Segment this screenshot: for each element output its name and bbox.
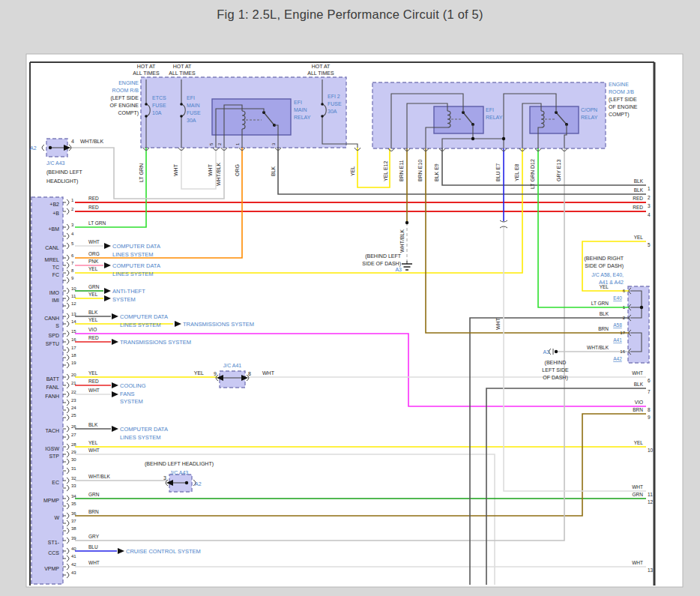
ecm-pin-name: IMO xyxy=(49,290,60,295)
ecm-pin-number: 14 xyxy=(71,319,76,324)
diagram-label: GRY E13 xyxy=(556,160,561,181)
system-reference: COMPUTER DATALINES SYSTEM xyxy=(112,313,168,328)
ecm-pin-name: SFTU xyxy=(46,341,59,346)
diagram-label: OF ENGINE xyxy=(609,104,638,109)
wire-color-label: WHT/BLK xyxy=(587,345,609,350)
diagram-label: COMPT) xyxy=(609,112,630,118)
jc-pin-number: 16 xyxy=(620,349,625,354)
ecm-pin-number: 29 xyxy=(71,450,76,454)
wire-color-label: RED xyxy=(88,196,99,201)
diagram-label: BLK E9 xyxy=(434,163,439,181)
junction-dot xyxy=(640,306,643,309)
system-label: FANS xyxy=(120,391,135,397)
ecm-pin-name: VPMP xyxy=(44,566,59,571)
diagram-label: ALL TIMES xyxy=(169,70,196,76)
diagram-label: (BEHIND xyxy=(545,360,567,366)
diagram-label: A41 & A42 xyxy=(599,280,624,285)
link-a42[interactable]: A42 xyxy=(613,356,622,361)
wire-color-label: GRN xyxy=(88,492,100,497)
diagram-label: ROOM J/B xyxy=(609,89,634,94)
wire-color-label: RED xyxy=(88,379,99,384)
wire-color-label: BLK xyxy=(88,310,98,315)
ecm-pin-number: 23 xyxy=(71,398,76,403)
wire-color-label: BLK xyxy=(88,422,98,427)
diagram-label: WHT xyxy=(208,163,213,176)
ecm-pin-name: BATT xyxy=(46,376,60,382)
fuse-label: 10A xyxy=(152,110,162,115)
ecm-pin-number: 32 xyxy=(71,476,76,481)
diagram-label: 3 xyxy=(163,475,166,481)
diagram-label: OF ENGINE xyxy=(109,103,139,108)
fuse-label: ETCS xyxy=(152,95,166,100)
system-label: COMPUTER DATA xyxy=(112,243,160,250)
diagram-label: (BEHIND LEFT HEADLIGHT) xyxy=(145,461,214,467)
link-a41[interactable]: A41 xyxy=(613,337,622,343)
junction-dot xyxy=(555,350,558,353)
ecm-pin-number: 30 xyxy=(71,457,76,462)
link-a58[interactable]: A58 xyxy=(613,322,622,328)
diagram-label: LT GRN D12 xyxy=(530,159,535,189)
diagram-label: YEL E8 xyxy=(514,163,519,181)
diagram-label: 4 xyxy=(71,139,74,144)
diagram-label: LEFT SIDE xyxy=(542,367,569,373)
diagram-label: BRN E11 xyxy=(399,160,404,181)
ecm-pin-number: 35 xyxy=(71,502,76,506)
wire-color-label: GRY xyxy=(88,534,100,539)
ecm-pin-name: EC xyxy=(52,480,59,485)
wire-color-label: WHT xyxy=(88,388,100,393)
ecm-pin-number: 34 xyxy=(71,494,76,499)
diagram-label: HOT AT xyxy=(137,64,156,69)
fuse-label: MAIN xyxy=(187,103,200,108)
ecm-pin-number: 16 xyxy=(71,337,76,342)
exit-number: 2 xyxy=(648,195,651,200)
diagram-label: SIDE OF DASH) xyxy=(585,263,624,269)
diagram-label: J/C A43 xyxy=(170,470,189,475)
diagram-label: A2 xyxy=(30,145,37,151)
diagram-label: ROOM R/B xyxy=(112,88,139,93)
diagram-label: WHT xyxy=(173,163,178,176)
diagram-label: BRN E10 xyxy=(417,160,423,181)
ecm-pin-name: +BM xyxy=(48,226,59,232)
ecm-pin-number: 38 xyxy=(71,526,76,531)
exit-wire-color: BLK xyxy=(634,178,644,184)
fuse-terminal xyxy=(180,115,183,118)
ecm-pin-name: TACH xyxy=(45,428,59,433)
diagram-label: BLU E7 xyxy=(495,163,501,181)
exit-number: 4 xyxy=(648,212,651,217)
link-e40[interactable]: E40 xyxy=(613,295,622,301)
exit-wire-color: WHT xyxy=(632,560,643,565)
exit-number: 13 xyxy=(648,568,654,573)
diagram-label: COMPT) xyxy=(118,110,139,116)
ecm-pin-name: MREL xyxy=(45,257,60,262)
ecm-pin-name: MPMP xyxy=(43,498,59,503)
wire-color-label: WHT/BLK xyxy=(88,474,111,479)
ecm-pin-number: 43 xyxy=(71,571,76,575)
system-label: COMPUTER DATA xyxy=(120,313,168,320)
ecm-pin-number: 20 xyxy=(71,373,76,377)
wire-color-label: LT GRN xyxy=(88,220,106,226)
diagram-label: J/C A43 xyxy=(46,160,65,166)
system-label: LINES SYSTEM xyxy=(112,251,154,258)
fuse-terminal xyxy=(321,103,324,106)
diagram-label: BLK xyxy=(271,166,276,176)
exit-wire-color: BLK xyxy=(634,187,644,193)
ecm-pin-number: 24 xyxy=(71,406,76,410)
diagram-label: ENGINE xyxy=(609,82,629,87)
wire-color-label: BRN xyxy=(598,326,609,331)
junction-dot xyxy=(405,221,408,224)
system-label: COMPUTER DATA xyxy=(112,262,160,269)
system-reference: CRUISE CONTROL SYSTEM xyxy=(118,548,201,555)
jc-a41 xyxy=(220,371,245,388)
ecm-pin-number: 13 xyxy=(71,312,76,316)
system-label: LINES SYSTEM xyxy=(112,271,154,277)
ecm-pin-number: 17 xyxy=(71,346,76,350)
diagram-label: J/C A41 xyxy=(223,363,242,368)
system-label: SYSTEM xyxy=(112,296,136,303)
system-label: COOLING xyxy=(120,382,146,389)
system-reference: COMPUTER DATALINES SYSTEM xyxy=(104,262,160,277)
wire-color-label: WHT xyxy=(88,448,100,453)
exit-number: 8 xyxy=(648,407,651,412)
copn-relay xyxy=(530,106,579,133)
system-reference: TRANSMISSIONS SYSTEM xyxy=(112,339,191,346)
ecm-pin-name: IMI xyxy=(52,298,59,303)
